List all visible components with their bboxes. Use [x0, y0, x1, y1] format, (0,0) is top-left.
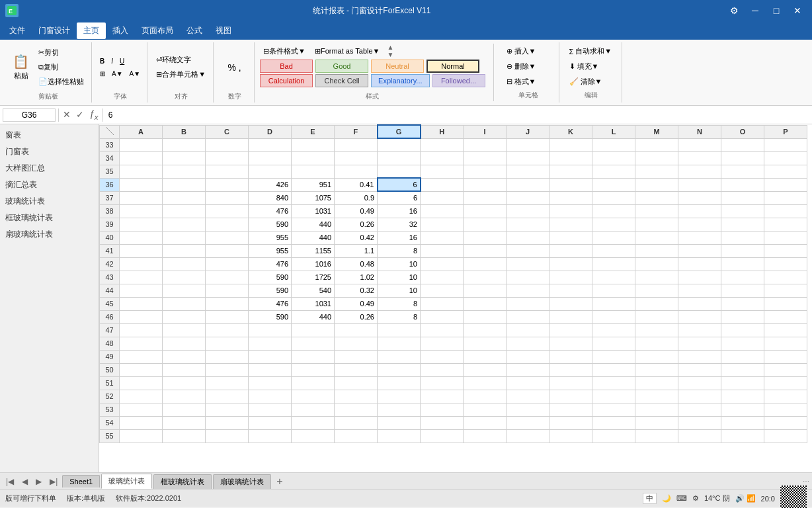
- cell-G50[interactable]: [378, 363, 421, 376]
- cell-J40[interactable]: [507, 231, 549, 244]
- cell-G37[interactable]: 6: [378, 191, 421, 204]
- cell-E35[interactable]: [292, 165, 335, 178]
- cell-C50[interactable]: [206, 363, 249, 376]
- cell-P43[interactable]: [764, 271, 807, 284]
- cell-I51[interactable]: [464, 376, 507, 390]
- cell-M38[interactable]: [635, 204, 678, 218]
- menu-insert[interactable]: 插入: [106, 22, 135, 39]
- cell-O54[interactable]: [721, 416, 764, 429]
- cell-C38[interactable]: [206, 204, 249, 218]
- sidebar-item-large-sample-summary[interactable]: 大样图汇总: [0, 160, 99, 177]
- cell-N36[interactable]: [678, 178, 721, 191]
- maximize-button[interactable]: □: [767, 4, 786, 17]
- sheet-tab-frame-glass-stats[interactable]: 框玻璃统计表: [153, 474, 212, 489]
- cell-D41[interactable]: 955: [249, 244, 292, 257]
- cell-N39[interactable]: [678, 218, 721, 231]
- sheet-tab-sheet1[interactable]: Sheet1: [62, 475, 100, 487]
- cell-A45[interactable]: [120, 297, 163, 310]
- cell-L39[interactable]: [592, 218, 635, 231]
- cell-J38[interactable]: [507, 204, 549, 218]
- cell-B39[interactable]: [163, 218, 206, 231]
- cell-N41[interactable]: [678, 244, 721, 257]
- cell-B34[interactable]: [163, 151, 206, 165]
- cell-C53[interactable]: [206, 403, 249, 416]
- col-header-f[interactable]: F: [335, 125, 378, 138]
- cell-K42[interactable]: [549, 257, 592, 271]
- cell-J37[interactable]: [507, 191, 549, 204]
- cell-F37[interactable]: 0.9: [335, 191, 378, 204]
- cell-M33[interactable]: [635, 138, 678, 151]
- cell-K41[interactable]: [549, 244, 592, 257]
- cell-C37[interactable]: [206, 191, 249, 204]
- cell-K53[interactable]: [549, 403, 592, 416]
- cell-B54[interactable]: [163, 416, 206, 429]
- format-button[interactable]: ⊟ 格式▼: [502, 75, 555, 89]
- cell-I35[interactable]: [464, 165, 507, 178]
- cell-C41[interactable]: [206, 244, 249, 257]
- cell-K49[interactable]: [549, 350, 592, 363]
- cell-F50[interactable]: [335, 363, 378, 376]
- cell-F45[interactable]: 0.49: [335, 297, 378, 310]
- cell-J54[interactable]: [507, 416, 549, 429]
- paste-special-button[interactable]: 📄 选择性粘贴: [35, 75, 87, 89]
- cell-P35[interactable]: [764, 165, 807, 178]
- cell-E42[interactable]: 1016: [292, 257, 335, 271]
- cell-C49[interactable]: [206, 350, 249, 363]
- cell-B42[interactable]: [163, 257, 206, 271]
- cell-F42[interactable]: 0.48: [335, 257, 378, 271]
- cell-C40[interactable]: [206, 231, 249, 244]
- cell-E43[interactable]: 1725: [292, 271, 335, 284]
- sidebar-item-window-table[interactable]: 窗表: [0, 127, 99, 144]
- cell-P55[interactable]: [764, 429, 807, 443]
- insert-button[interactable]: ⊕ 插入▼: [502, 44, 555, 58]
- cell-M48[interactable]: [635, 337, 678, 350]
- cell-F34[interactable]: [335, 151, 378, 165]
- cell-G34[interactable]: [378, 151, 421, 165]
- col-header-n[interactable]: N: [678, 125, 721, 138]
- cell-L35[interactable]: [592, 165, 635, 178]
- menu-home[interactable]: 主页: [77, 22, 106, 39]
- cell-P44[interactable]: [764, 284, 807, 297]
- cell-M46[interactable]: [635, 310, 678, 323]
- cell-A54[interactable]: [120, 416, 163, 429]
- cell-E55[interactable]: [292, 429, 335, 443]
- font-underline[interactable]: U: [117, 56, 127, 67]
- cell-G44[interactable]: 10: [378, 284, 421, 297]
- cell-C35[interactable]: [206, 165, 249, 178]
- cell-A46[interactable]: [120, 310, 163, 323]
- sidebar-item-panel-glass-stats[interactable]: 扇玻璃统计表: [0, 226, 99, 243]
- cell-K39[interactable]: [549, 218, 592, 231]
- col-header-j[interactable]: J: [507, 125, 549, 138]
- cell-B48[interactable]: [163, 337, 206, 350]
- cell-K38[interactable]: [549, 204, 592, 218]
- cell-M42[interactable]: [635, 257, 678, 271]
- cell-O55[interactable]: [721, 429, 764, 443]
- spreadsheet-container[interactable]: A B C D E F G H I J K L M N O P: [99, 124, 812, 472]
- cell-N47[interactable]: [678, 323, 721, 337]
- cell-C34[interactable]: [206, 151, 249, 165]
- settings-button[interactable]: ⚙: [725, 4, 743, 17]
- cell-E39[interactable]: 440: [292, 218, 335, 231]
- cell-F49[interactable]: [335, 350, 378, 363]
- cell-J36[interactable]: [507, 178, 549, 191]
- cell-N48[interactable]: [678, 337, 721, 350]
- cell-F44[interactable]: 0.32: [335, 284, 378, 297]
- cell-O53[interactable]: [721, 403, 764, 416]
- cell-N45[interactable]: [678, 297, 721, 310]
- cell-M51[interactable]: [635, 376, 678, 390]
- cell-A44[interactable]: [120, 284, 163, 297]
- cell-L38[interactable]: [592, 204, 635, 218]
- cell-B37[interactable]: [163, 191, 206, 204]
- cell-K40[interactable]: [549, 231, 592, 244]
- style-neutral[interactable]: Neutral: [371, 60, 424, 73]
- cell-N33[interactable]: [678, 138, 721, 151]
- cell-L55[interactable]: [592, 429, 635, 443]
- cell-P37[interactable]: [764, 191, 807, 204]
- cell-D34[interactable]: [249, 151, 292, 165]
- cell-G53[interactable]: [378, 403, 421, 416]
- cell-M37[interactable]: [635, 191, 678, 204]
- cell-K51[interactable]: [549, 376, 592, 390]
- cell-P36[interactable]: [764, 178, 807, 191]
- cell-C42[interactable]: [206, 257, 249, 271]
- cell-I38[interactable]: [464, 204, 507, 218]
